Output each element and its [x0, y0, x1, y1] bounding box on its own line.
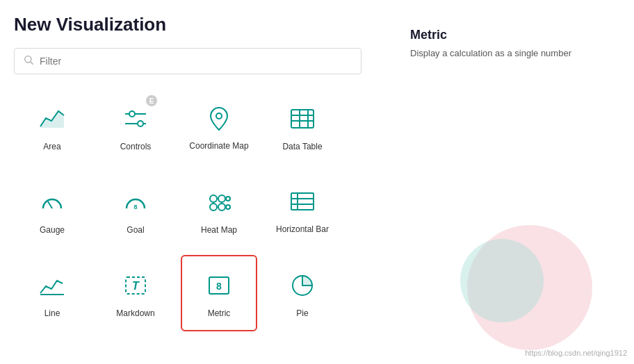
- svg-point-17: [210, 204, 217, 210]
- pie-icon: [285, 268, 320, 303]
- metric-icon: 8: [202, 268, 236, 303]
- svg-text:8: 8: [133, 204, 137, 210]
- viz-label-controls: Controls: [120, 142, 152, 151]
- area-icon: [35, 101, 70, 136]
- svg-point-18: [218, 204, 225, 210]
- filter-bar: [14, 48, 361, 74]
- svg-line-13: [48, 201, 52, 208]
- search-icon: [23, 54, 34, 68]
- viz-item-markdown[interactable]: T Markdown: [97, 255, 174, 331]
- watermark: https://blog.csdn.net/qing1912: [525, 349, 627, 357]
- deco-circle-teal: [460, 239, 544, 322]
- heat-map-icon: [202, 185, 236, 220]
- svg-point-6: [138, 121, 143, 126]
- goal-icon: 8: [118, 185, 153, 220]
- svg-point-19: [226, 197, 230, 201]
- filter-input[interactable]: [40, 56, 352, 67]
- svg-point-16: [218, 195, 225, 202]
- line-icon: [35, 268, 70, 303]
- svg-point-4: [129, 111, 135, 117]
- right-panel: Metric Display a calculation as a single…: [389, 14, 634, 364]
- viz-grid: Area E Controls: [14, 88, 389, 364]
- viz-item-coordinate-map[interactable]: Coordinate Map: [181, 88, 257, 165]
- viz-label-coordinate-map: Coordinate Map: [189, 141, 248, 152]
- viz-label-markdown: Markdown: [116, 308, 154, 318]
- viz-label-gauge: Gauge: [40, 225, 65, 235]
- svg-point-7: [216, 113, 222, 119]
- viz-label-line: Line: [44, 308, 60, 318]
- viz-label-data-table: Data Table: [282, 142, 322, 151]
- page-title: New Visualization: [14, 14, 389, 35]
- svg-rect-21: [291, 193, 314, 210]
- viz-item-controls[interactable]: E Controls: [97, 88, 174, 165]
- viz-item-data-table[interactable]: Data Table: [264, 88, 341, 165]
- viz-item-gauge[interactable]: Gauge: [14, 172, 90, 248]
- detail-title: Metric: [410, 28, 613, 42]
- viz-item-horizontal-bar[interactable]: Horizontal Bar: [264, 172, 341, 248]
- controls-icon: [118, 101, 153, 136]
- svg-rect-8: [291, 110, 314, 128]
- viz-label-metric: Metric: [208, 308, 231, 318]
- viz-label-area: Area: [43, 142, 60, 151]
- viz-label-pie: Pie: [296, 308, 308, 318]
- coordinate-map-icon: [202, 101, 236, 135]
- svg-text:8: 8: [216, 281, 222, 292]
- viz-item-pie[interactable]: Pie: [264, 255, 341, 331]
- viz-label-goal: Goal: [127, 225, 144, 235]
- gauge-icon: [35, 185, 70, 220]
- viz-item-heat-map[interactable]: Heat Map: [181, 172, 257, 248]
- viz-label-horizontal-bar: Horizontal Bar: [276, 224, 329, 235]
- data-table-icon: [285, 101, 320, 136]
- svg-text:T: T: [132, 280, 140, 292]
- svg-point-15: [210, 195, 217, 202]
- viz-item-metric[interactable]: 8 Metric: [181, 255, 257, 331]
- svg-point-20: [226, 205, 230, 209]
- svg-line-1: [31, 62, 33, 65]
- markdown-icon: T: [118, 268, 153, 303]
- viz-item-line[interactable]: Line: [14, 255, 90, 331]
- viz-item-goal[interactable]: 8 Goal: [97, 172, 174, 248]
- controls-badge: E: [146, 95, 157, 106]
- detail-description: Display a calculation as a single number: [410, 48, 613, 58]
- svg-point-0: [25, 56, 31, 63]
- viz-label-heat-map: Heat Map: [201, 225, 237, 235]
- viz-item-area[interactable]: Area: [14, 88, 90, 165]
- horizontal-bar-icon: [285, 184, 320, 219]
